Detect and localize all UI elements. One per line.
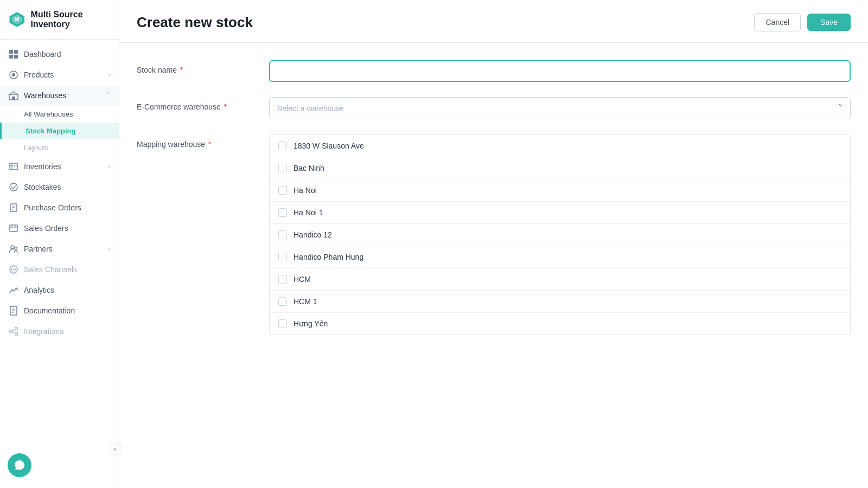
stock-name-control: [269, 60, 851, 82]
checkbox-box[interactable]: [278, 297, 287, 306]
mapping-warehouse-label: Mapping warehouse *: [137, 134, 256, 149]
sidebar-nav: Dashboard Products › Warehouses ˅ All Wa…: [0, 40, 119, 488]
documentation-label: Documentation: [24, 306, 75, 315]
warehouses-icon: [9, 91, 18, 100]
svg-rect-5: [9, 55, 13, 59]
products-icon: [9, 70, 18, 80]
svg-point-20: [11, 246, 14, 249]
layouts-label: Layouts: [24, 144, 49, 152]
all-warehouses-label: All Warehouses: [24, 110, 73, 118]
header-actions: Cancel Save: [754, 13, 851, 31]
list-item[interactable]: Ha Noi 1: [270, 202, 850, 224]
sales-orders-label: Sales Orders: [24, 224, 68, 233]
list-item[interactable]: HCM: [270, 268, 850, 291]
chat-bubble[interactable]: [8, 453, 31, 477]
list-item[interactable]: Bac Ninh: [270, 157, 850, 179]
list-item[interactable]: HCM 1: [270, 291, 850, 313]
partners-chevron: ›: [108, 245, 110, 253]
integrations-icon: [9, 326, 18, 336]
dashboard-label: Dashboard: [24, 50, 61, 59]
list-item[interactable]: Hưng Yên: [270, 313, 850, 335]
save-button[interactable]: Save: [807, 14, 851, 31]
sidebar-item-all-warehouses[interactable]: All Warehouses: [0, 106, 119, 123]
sidebar-item-stock-mapping[interactable]: Stock Mapping: [0, 123, 119, 139]
collapse-icon: «: [113, 446, 117, 452]
checkbox-box[interactable]: [278, 208, 287, 217]
sidebar-item-warehouses[interactable]: Warehouses ˅: [0, 85, 119, 106]
checkbox-label: HCM 1: [293, 297, 317, 306]
ecommerce-warehouse-row: E-Commerce warehouse * Select a warehous…: [137, 97, 851, 119]
checkbox-box[interactable]: [278, 319, 287, 328]
mapping-warehouse-row: Mapping warehouse * 1830 W Slauson AveBa…: [137, 134, 851, 335]
app-title: Multi Source Inventory: [31, 10, 110, 29]
inventories-icon: [9, 162, 18, 171]
checkbox-label: HCM: [293, 275, 311, 284]
stocktakes-icon: [9, 182, 18, 192]
checkbox-box[interactable]: [278, 142, 287, 150]
inventories-chevron: ›: [108, 163, 110, 170]
page-title: Create new stock: [137, 14, 253, 31]
svg-rect-4: [14, 50, 18, 54]
sales-channels-icon: [9, 265, 18, 274]
sidebar-item-layouts[interactable]: Layouts: [0, 139, 119, 156]
stock-name-required: *: [178, 66, 183, 74]
stock-name-row: Stock name *: [137, 60, 851, 82]
partners-icon: [9, 244, 18, 254]
svg-point-8: [12, 73, 15, 76]
sidebar-item-documentation[interactable]: Documentation: [0, 300, 119, 321]
stock-name-input[interactable]: [269, 60, 851, 82]
sidebar-item-sales-channels[interactable]: Sales Channels: [0, 259, 119, 280]
svg-rect-19: [10, 225, 17, 232]
svg-line-32: [12, 329, 15, 331]
sidebar-item-partners[interactable]: Partners ›: [0, 239, 119, 259]
list-item[interactable]: Ha Noi: [270, 179, 850, 202]
sales-channels-label: Sales Channels: [24, 265, 77, 274]
checkbox-box[interactable]: [278, 230, 287, 239]
list-item[interactable]: Handico 12: [270, 224, 850, 246]
checkbox-label: Bac Ninh: [293, 164, 324, 172]
ecommerce-warehouse-select[interactable]: Select a warehouse ˅: [269, 97, 851, 119]
cancel-button[interactable]: Cancel: [754, 13, 801, 31]
svg-point-29: [10, 330, 12, 333]
sidebar-item-dashboard[interactable]: Dashboard: [0, 44, 119, 65]
sidebar-item-purchase-orders[interactable]: Purchase Orders: [0, 197, 119, 218]
warehouses-chevron: ˅: [107, 92, 110, 99]
list-item[interactable]: Handico Pham Hung: [270, 246, 850, 268]
sidebar-item-inventories[interactable]: Inventories ›: [0, 156, 119, 177]
checkbox-label: 1830 W Slauson Ave: [293, 142, 364, 150]
analytics-label: Analytics: [24, 286, 54, 294]
sidebar-item-stocktakes[interactable]: Stocktakes: [0, 177, 119, 197]
sidebar-item-products[interactable]: Products ›: [0, 65, 119, 85]
svg-rect-3: [9, 50, 13, 54]
checkbox-box[interactable]: [278, 275, 287, 284]
svg-point-31: [15, 333, 18, 336]
sidebar-item-sales-orders[interactable]: Sales Orders: [0, 218, 119, 239]
checkbox-label: Hưng Yên: [293, 319, 328, 328]
ecommerce-required: *: [222, 102, 227, 111]
form-area: Stock name * E-Commerce warehouse * Sele…: [119, 43, 868, 488]
purchase-orders-icon: [9, 203, 18, 213]
checkbox-box[interactable]: [278, 164, 287, 172]
stocktakes-label: Stocktakes: [24, 183, 61, 191]
checkbox-box[interactable]: [278, 253, 287, 261]
documentation-icon: [9, 306, 18, 316]
stock-mapping-label: Stock Mapping: [25, 127, 75, 135]
svg-text:M: M: [15, 16, 20, 22]
sidebar-item-integrations[interactable]: Integrations: [0, 321, 119, 342]
sidebar: M Multi Source Inventory Dashboard Produ…: [0, 0, 119, 488]
products-chevron: ›: [108, 71, 110, 79]
svg-point-21: [15, 247, 17, 250]
ecommerce-warehouse-control: Select a warehouse ˅: [269, 97, 851, 119]
checkbox-label: Handico Pham Hung: [293, 253, 363, 261]
list-item[interactable]: 1830 W Slauson Ave: [270, 135, 850, 157]
stock-name-label: Stock name *: [137, 60, 256, 74]
sidebar-collapse-button[interactable]: «: [108, 442, 119, 455]
svg-point-14: [10, 183, 17, 191]
logo-icon: M: [9, 10, 25, 29]
checkbox-box[interactable]: [278, 186, 287, 195]
svg-point-30: [15, 328, 18, 330]
checkbox-label: Handico 12: [293, 230, 332, 239]
checkbox-label: Ha Noi 1: [293, 208, 323, 217]
svg-rect-11: [10, 163, 17, 170]
sidebar-item-analytics[interactable]: Analytics: [0, 280, 119, 300]
